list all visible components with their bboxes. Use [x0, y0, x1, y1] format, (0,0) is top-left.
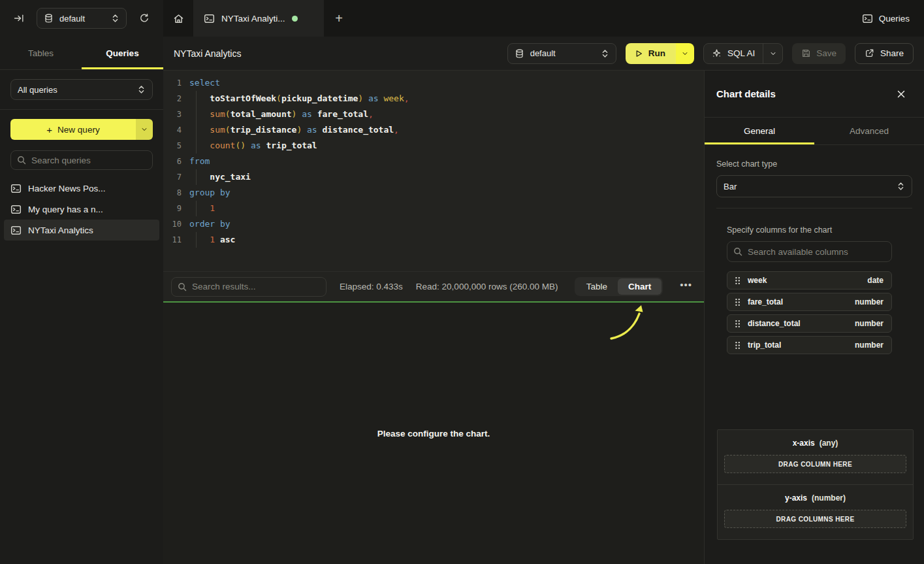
search-columns-input[interactable]: Search available columns [727, 241, 892, 262]
sql-ai-main[interactable]: SQL AI [704, 44, 763, 63]
sidebar-tab-queries[interactable]: Queries [82, 37, 163, 69]
header-database-selector[interactable]: default [507, 43, 616, 64]
new-tab-button[interactable]: + [324, 0, 354, 37]
run-options-dropdown[interactable] [676, 43, 694, 64]
ai-sparkle-icon [712, 48, 722, 58]
new-query-label: New query [57, 125, 100, 135]
new-query-dropdown[interactable] [136, 119, 153, 140]
play-icon [634, 49, 643, 58]
new-query-main[interactable]: + New query [10, 119, 136, 140]
code-content: from [189, 154, 210, 169]
code-line[interactable]: 1select [163, 75, 704, 91]
panel-tab-general[interactable]: General [705, 118, 814, 144]
saved-query-item[interactable]: Hacker News Pos... [4, 178, 159, 199]
chart-type-select[interactable]: Bar [716, 175, 912, 197]
y-axis-hint: (number) [812, 493, 846, 503]
column-row-fare_total[interactable]: fare_totalnumber [727, 293, 892, 311]
line-number: 10 [163, 216, 182, 232]
new-query-button[interactable]: + New query [10, 119, 153, 140]
more-options-icon: ••• [680, 279, 692, 290]
tab-nytaxi-analytics[interactable]: NYTaxi Analyti... [193, 0, 324, 37]
drag-grip-icon [735, 341, 741, 350]
saved-query-label: Hacker News Pos... [28, 184, 106, 193]
search-icon [178, 282, 187, 291]
sql-editor[interactable]: 1select2 toStartOfWeek(pickup_datetime) … [163, 71, 704, 271]
queries-nav-button[interactable]: Queries [848, 0, 924, 37]
sql-console-app: default NYTaxi Analyti... [0, 0, 924, 564]
sql-ai-button[interactable]: SQL AI [703, 43, 783, 64]
code-line[interactable]: 6from [163, 154, 704, 169]
columns-label: Specify columns for the chart [727, 225, 892, 235]
collapse-sidebar-button[interactable] [9, 8, 29, 28]
chevron-down-icon [769, 50, 777, 58]
saved-query-label: My query has a n... [28, 205, 103, 214]
home-button[interactable] [163, 0, 193, 37]
code-line[interactable]: 4 sum(trip_distance) as distance_total, [163, 122, 704, 138]
search-queries-input[interactable]: Search queries [10, 150, 153, 170]
run-main[interactable]: Run [626, 43, 676, 64]
topbar-database-selector[interactable]: default [37, 8, 127, 29]
shell: TablesQueries All queries + New query [0, 37, 924, 564]
line-number: 7 [163, 169, 182, 185]
column-row-distance_total[interactable]: distance_totalnumber [727, 314, 892, 333]
code-content: toStartOfWeek(pickup_datetime) as week, [189, 91, 409, 107]
code-line[interactable]: 10order by [163, 216, 704, 232]
panel-header: Chart details [705, 71, 924, 118]
code-line[interactable]: 11 1 asc [163, 232, 704, 248]
code-line[interactable]: 7 nyc_taxi [163, 169, 704, 185]
share-label: Share [880, 48, 904, 58]
view-toggle-chart[interactable]: Chart [618, 278, 661, 295]
unsaved-changes-dot [292, 16, 298, 22]
code-line[interactable]: 9 1 [163, 201, 704, 216]
column-row-week[interactable]: weekdate [727, 271, 892, 290]
x-axis-section: x-axis (any) DRAG COLUMN HERE [718, 430, 913, 484]
column-row-trip_total[interactable]: trip_totalnumber [727, 336, 892, 354]
queries-nav-label: Queries [879, 14, 910, 24]
chart-type-label: Select chart type [716, 159, 912, 169]
close-panel-button[interactable] [891, 84, 911, 104]
query-icon [204, 13, 215, 24]
saved-query-item[interactable]: My query has a n... [4, 199, 159, 220]
column-type: number [855, 319, 884, 328]
main: NYTaxi Analytics default Run [163, 37, 924, 564]
code-content: 1 [189, 201, 215, 216]
more-options-button[interactable]: ••• [676, 279, 696, 294]
panel-divider [716, 208, 912, 208]
search-results-input[interactable]: Search results... [171, 277, 327, 297]
sidebar-tab-tables[interactable]: Tables [0, 37, 82, 69]
panel-tab-advanced[interactable]: Advanced [814, 118, 924, 144]
top-bar: default NYTaxi Analyti... [0, 0, 924, 37]
code-line[interactable]: 2 toStartOfWeek(pickup_datetime) as week… [163, 91, 704, 107]
query-icon [862, 13, 873, 24]
queries-filter-select[interactable]: All queries [10, 79, 153, 100]
y-axis-drop-zone[interactable]: DRAG COLUMNS HERE [724, 510, 906, 528]
code-line[interactable]: 8group by [163, 185, 704, 201]
save-button[interactable]: Save [792, 43, 846, 64]
select-updown-icon [897, 182, 905, 191]
column-name: distance_total [748, 319, 801, 328]
code-line[interactable]: 5 count() as trip_total [163, 138, 704, 154]
tab-title: NYTaxi Analyti... [221, 14, 285, 24]
x-axis-hint: (any) [820, 439, 838, 448]
workarea: 1select2 toStartOfWeek(pickup_datetime) … [163, 71, 704, 564]
saved-query-item[interactable]: NYTaxi Analytics [4, 220, 159, 241]
query-icon [10, 204, 22, 215]
code-content: count() as trip_total [189, 138, 317, 154]
x-axis-drop-zone[interactable]: DRAG COLUMN HERE [724, 455, 906, 473]
run-button[interactable]: Run [626, 43, 694, 64]
line-number: 11 [163, 232, 182, 248]
code-content: select [189, 75, 220, 91]
query-list: Hacker News Pos... My query has a n... N… [10, 178, 153, 241]
chevron-down-icon [681, 50, 689, 58]
column-type: number [855, 340, 884, 350]
refresh-button[interactable] [135, 8, 154, 28]
panel-body: Select chart type Bar Specify columns fo… [705, 145, 924, 564]
sql-ai-dropdown[interactable] [763, 44, 782, 63]
view-toggle-table[interactable]: Table [576, 278, 618, 295]
drag-grip-icon [735, 320, 741, 328]
share-button[interactable]: Share [855, 43, 914, 64]
code-line[interactable]: 3 sum(total_amount) as fare_total, [163, 107, 704, 122]
y-axis-label: y-axis [785, 493, 807, 503]
topbar-left: default [0, 0, 163, 37]
search-icon [733, 247, 742, 256]
